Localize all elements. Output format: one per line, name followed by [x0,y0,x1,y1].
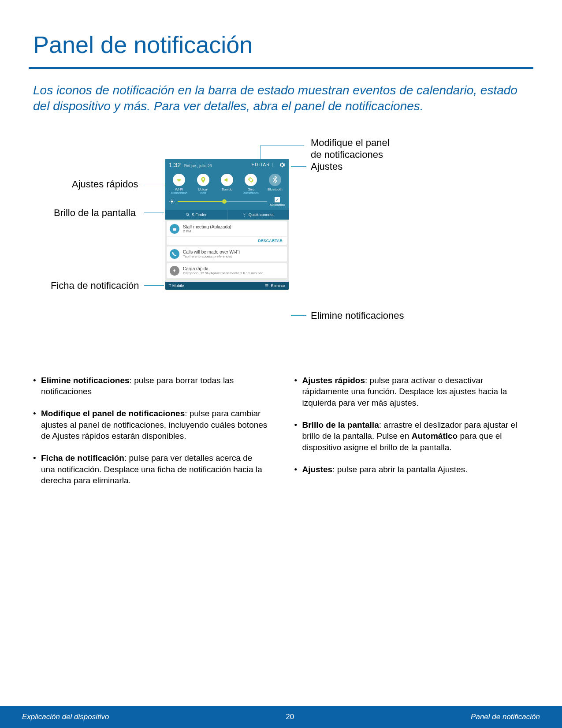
notification-card[interactable]: Calls will be made over Wi-Fi Tap here t… [167,246,287,261]
notification-list: Staff meeting (Aplazada) 2 PM DESCARTAR … [165,220,289,282]
callout-line [144,285,164,286]
bullet-item: Modifique el panel de notificaciones: pu… [33,408,268,442]
bolt-icon [170,266,179,276]
bullet-item: Ficha de notificación: pulse para ver de… [33,452,268,486]
notif-title: Carga rápida [183,266,284,271]
label-line-2: de notificaciones [311,149,383,160]
checkbox-icon: ✓ [275,197,280,202]
location-icon [200,176,207,183]
edit-button[interactable]: EDITAR [251,162,270,167]
intro-text: Los iconos de notificación en la barra d… [29,82,533,115]
label-quick-settings: Ajustes rápidos [72,179,138,190]
panel-footer: T-Mobile Eliminar [165,282,289,290]
clock: 1:32 PM jue., julio 23 [169,161,212,168]
bullet-item: Brillo de la pantalla: arrastre el desli… [294,419,529,453]
qs-sub: TransNation [167,191,191,194]
slider-thumb[interactable] [222,199,227,204]
svg-rect-8 [173,227,176,228]
wifi-icon [175,176,182,183]
qs-label: Wi-Fi [167,188,191,191]
sfinder-label: S Finder [192,213,207,217]
label-brightness: Brillo de la pantalla [54,207,136,219]
callout-line [291,315,306,316]
callout-line [260,146,304,146]
notif-sub: Cargando: 15 % (Aproximadamente 1 h 11 m… [183,271,284,275]
bullet-item: Elimine notificaciones: pulse para borra… [33,375,268,397]
quick-label: Quick connect [249,213,274,217]
label-clear: Elimine notificaciones [311,310,404,321]
qs-sub: ción [191,191,215,194]
qs-rotate[interactable]: Giro automático [239,174,263,194]
qs-sound[interactable]: Sonido [215,174,239,194]
status-bar: 1:32 PM jue., julio 23 EDITAR | [165,159,289,171]
svg-point-1 [171,201,173,203]
date: jue., julio 23 [191,164,212,168]
carrier-label: T-Mobile [169,284,184,288]
wifi-call-icon [170,249,179,259]
clear-button[interactable]: Eliminar [264,284,285,288]
notif-title: Calls will be made over Wi-Fi [183,250,284,254]
gear-icon[interactable] [279,162,285,168]
quick-settings-row: Wi-Fi TransNation Ubica- ción Sonido Gir… [165,171,289,195]
sound-icon [223,176,231,183]
qs-label: Bluetooth [263,188,287,191]
label-edit-panel: Modifique el panel de notificaciones [311,137,390,161]
label-line-1: Modifique el panel [311,137,390,148]
calendar-icon [170,224,179,234]
callout-line [144,185,164,185]
notification-card[interactable]: Staff meeting (Aplazada) 2 PM DESCARTAR [167,221,287,245]
rotate-icon [247,176,254,183]
notif-title: Staff meeting (Aplazada) [183,224,284,229]
notification-card[interactable]: Carga rápida Cargando: 15 % (Aproximadam… [167,263,287,278]
notif-sub: 2 PM [183,229,284,233]
connect-icon [242,213,247,217]
title-divider [29,67,533,69]
brightness-row: ✓ Automático [165,195,289,210]
search-icon [186,213,190,217]
left-column: Elimine notificaciones: pulse para borra… [33,375,268,497]
svg-point-5 [246,213,246,214]
notif-sub: Tap here to access preferences [183,254,284,258]
clear-label: Eliminar [271,284,285,288]
svg-point-4 [243,213,244,214]
body-columns: Elimine notificaciones: pulse para borra… [29,357,533,497]
page-title: Panel de notificación [29,31,533,58]
label-notif-tile: Ficha de notificación [51,280,139,291]
brightness-slider[interactable] [178,201,267,202]
sfinder-button[interactable]: S Finder [165,210,227,220]
svg-point-6 [244,216,245,217]
diagram: Ajustes rápidos Brillo de la pantalla Fi… [29,137,533,357]
search-quick-row: S Finder Quick connect [165,210,289,220]
qs-location[interactable]: Ubica- ción [191,174,215,194]
footer-right: Panel de notificación [471,713,540,721]
page-footer: Explicación del dispositivo 20 Panel de … [0,706,562,728]
qs-label: Ubica- [191,188,215,191]
callout-line [291,166,306,167]
quick-connect-button[interactable]: Quick connect [227,210,289,220]
page-number: 20 [286,713,294,721]
auto-brightness[interactable]: ✓ Automático [270,197,285,206]
time-value: 1:32 [169,161,181,168]
qs-label: Sonido [215,188,239,191]
svg-point-3 [244,214,245,215]
footer-left: Explicación del dispositivo [22,713,109,721]
svg-point-2 [186,213,188,215]
brightness-icon [169,198,175,205]
right-column: Ajustes rápidos: pulse para activar o de… [294,375,529,497]
qs-label: Giro [239,188,263,191]
qs-bluetooth[interactable]: Bluetooth [263,174,287,194]
ampm: PM [184,164,190,168]
bullet-item: Ajustes: pulse para abrir la pantalla Aj… [294,464,529,475]
auto-label: Automático [270,203,285,206]
phone-screenshot: 1:32 PM jue., julio 23 EDITAR | Wi-Fi Tr… [165,159,289,290]
discard-button[interactable]: DESCARTAR [167,236,287,245]
bullet-item: Ajustes rápidos: pulse para activar o de… [294,375,529,409]
bluetooth-icon [272,176,279,183]
qs-wifi[interactable]: Wi-Fi TransNation [167,174,191,194]
callout-line [144,213,164,213]
qs-sub: automático [239,191,263,194]
label-settings: Ajustes [311,161,342,172]
clear-icon [264,284,269,288]
